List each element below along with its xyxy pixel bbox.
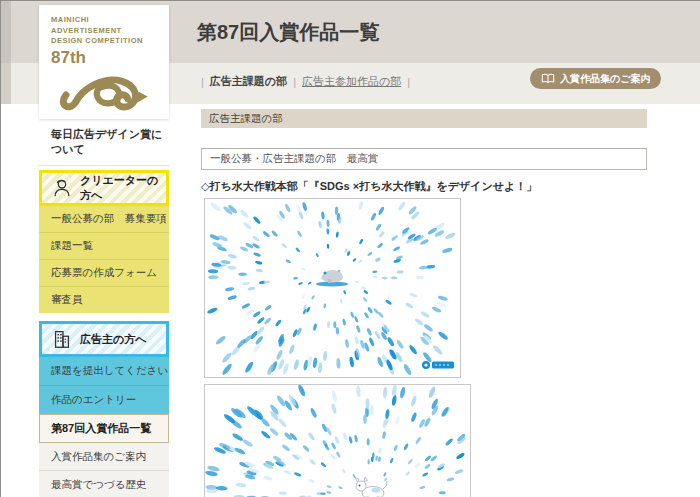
tab-advertiser-sanka[interactable]: 広告主参加作品の部: [302, 74, 401, 89]
sidebar-advertiser-list: 課題を提出してください 作品のエントリー: [39, 357, 169, 414]
site-logo[interactable]: MAINICHI ADVERTISEMENT DESIGN COMPETITIO…: [39, 5, 169, 119]
section-tabs: | 広告主課題の部 | 広告主参加作品の部 |: [201, 74, 410, 89]
guide-button-label: 入賞作品集のご案内: [560, 72, 650, 86]
advertiser-building-icon: [51, 328, 73, 350]
winning-poster-image-1: [204, 198, 461, 378]
tab-advertiser-kadai[interactable]: 広告主課題の部: [210, 74, 287, 89]
sidebar-item-history[interactable]: 最高賞でつづる歴史: [39, 471, 169, 497]
creator-person-icon: [51, 177, 73, 199]
sidebar-item-submit-kadai[interactable]: 課題を提出してください: [39, 357, 169, 385]
tab-separator: |: [201, 76, 204, 88]
logo-text-line3: DESIGN COMPETITION: [51, 36, 169, 47]
poster1-center-illustration: [316, 270, 348, 287]
sidebar-item-winners-book[interactable]: 入賞作品集のご案内: [39, 443, 169, 471]
winning-poster-image-2: [204, 384, 471, 497]
logo-text-line2: ADVERTISEMENT: [51, 26, 169, 37]
winners-book-guide-button[interactable]: 入賞作品集のご案内: [530, 68, 661, 89]
sidebar-item-entry-form[interactable]: 応募票の作成フォーム: [39, 259, 169, 286]
sidebar-item-koubo[interactable]: 一般公募の部 募集要項: [39, 206, 169, 232]
sidebar-item-87th-winners[interactable]: 第87回入賞作品一覧: [39, 414, 169, 443]
sidebar-item-about[interactable]: 毎日広告デザイン賞について: [39, 119, 169, 166]
uchimizu-logo-badge: [422, 361, 454, 369]
page-margin-strip-nav: [1, 63, 11, 104]
award-category-box: 一般公募・広告主課題の部 最高賞: [201, 148, 647, 170]
logo-text-line1: MAINICHI: [51, 15, 169, 26]
tab-separator: |: [407, 76, 410, 88]
sidebar-general-list: 入賞作品集のご案内 最高賞でつづる歴史: [39, 443, 169, 497]
page-margin-strip-top: [1, 1, 11, 63]
sidebar-creator-list: 一般公募の部 募集要項 課題一覧 応募票の作成フォーム 審査員: [39, 206, 169, 313]
book-icon: [541, 73, 555, 84]
swirl-logo-icon: [51, 61, 155, 115]
tab-separator: |: [293, 76, 296, 88]
sidebar-item-judges[interactable]: 審査員: [39, 286, 169, 313]
sidebar-creator-heading[interactable]: クリエーターの方へ: [39, 170, 169, 206]
poster2-dog-illustration: [353, 477, 387, 497]
sidebar-item-kadai-list[interactable]: 課題一覧: [39, 232, 169, 259]
sidebar: MAINICHI ADVERTISEMENT DESIGN COMPETITIO…: [39, 5, 169, 497]
section-header-bar: 広告主課題の部: [201, 109, 647, 128]
page: MAINICHI ADVERTISEMENT DESIGN COMPETITIO…: [0, 0, 700, 497]
sidebar-advertiser-label: 広告主の方へ: [80, 332, 147, 347]
page-title: 第87回入賞作品一覧: [197, 19, 379, 46]
sidebar-item-work-entry[interactable]: 作品のエントリー: [39, 385, 169, 414]
winning-work-title: ◇打ち水大作戦本部「『SDGs ×打ち水大作戦』をデザインせよ！」: [201, 179, 537, 194]
sidebar-creator-label: クリエーターの方へ: [80, 173, 166, 203]
sidebar-advertiser-heading[interactable]: 広告主の方へ: [39, 321, 169, 357]
